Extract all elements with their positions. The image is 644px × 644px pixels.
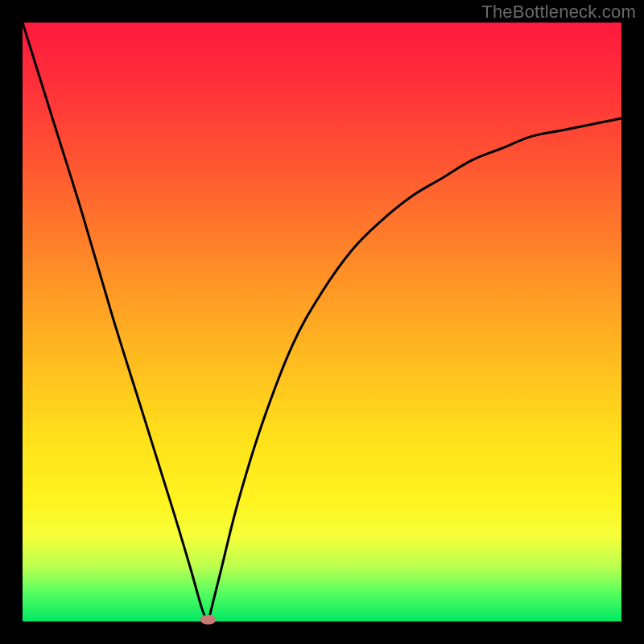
- plot-area: [23, 23, 621, 621]
- curve-left-branch: [23, 23, 208, 621]
- watermark-text: TheBottleneck.com: [481, 2, 636, 23]
- chart-frame: TheBottleneck.com: [0, 0, 644, 644]
- curve-svg: [23, 23, 621, 621]
- minimum-marker: [200, 615, 217, 625]
- curve-right-branch: [208, 118, 621, 621]
